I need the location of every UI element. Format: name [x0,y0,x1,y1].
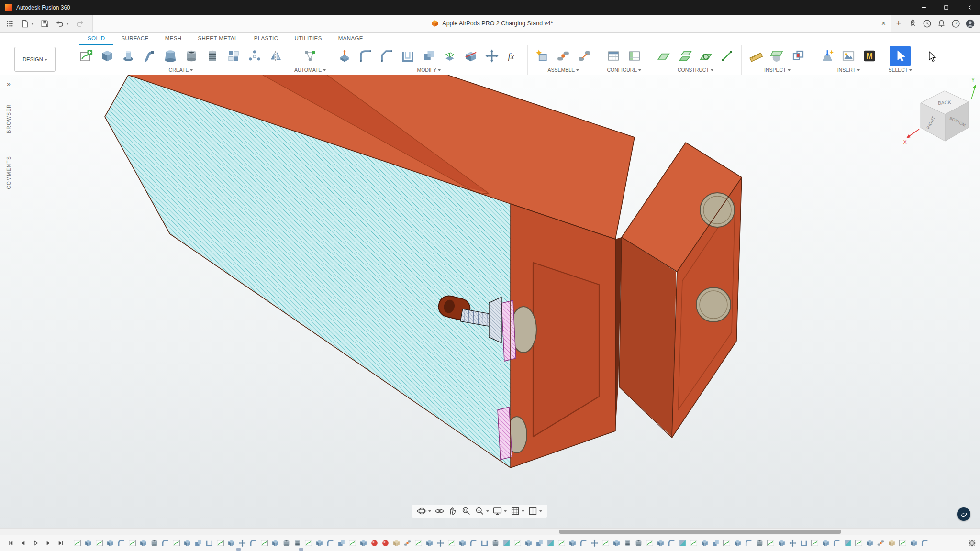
extrude[interactable] [359,538,368,549]
timeline-scrub-track[interactable] [0,548,980,551]
appearance[interactable] [370,538,379,549]
insert-derive[interactable] [817,46,838,66]
hole[interactable] [755,538,764,549]
automate[interactable] [300,46,321,66]
move[interactable] [238,538,246,549]
fillet[interactable] [920,538,929,549]
maximize-button[interactable] [935,0,958,15]
scrollbar-thumb[interactable] [559,530,841,534]
fillet[interactable] [161,538,169,549]
sketch[interactable] [689,538,698,549]
section-analysis[interactable] [678,538,687,549]
axis[interactable] [716,46,737,66]
shell[interactable] [799,538,808,549]
section-analysis[interactable] [546,538,555,549]
app-grid-button[interactable] [3,17,17,30]
extrude[interactable] [84,538,92,549]
notifications-button[interactable] [936,19,947,29]
browser-panel-tab[interactable]: BROWSER [6,104,11,133]
ribbon-group-label[interactable]: AUTOMATE [294,67,326,73]
extrude[interactable] [425,538,434,549]
sketch[interactable] [128,538,136,549]
viewport-3d[interactable]: BACK RIGHT BOTTOM X Y [17,75,980,528]
sketch[interactable] [348,538,356,549]
shell[interactable] [397,46,418,66]
configuration-table[interactable] [624,46,645,66]
tab-plastic[interactable]: PLASTIC [246,33,287,45]
component[interactable] [887,538,896,549]
change-parameters[interactable] [502,46,523,66]
viewcube-face-back[interactable]: BACK [938,99,951,106]
extrude[interactable] [524,538,533,549]
fillet[interactable] [832,538,841,549]
ribbon-group-label[interactable]: ASSEMBLE [548,67,579,73]
go-to-end-button[interactable] [55,538,66,549]
canvas[interactable] [838,46,859,66]
extrude[interactable] [700,538,709,549]
save-button[interactable] [38,17,52,30]
tab-sheet-metal[interactable]: SHEET METAL [189,33,245,45]
undo-button[interactable] [53,17,71,30]
comments-panel-tab[interactable]: COMMENTS [6,156,11,189]
fillet[interactable] [579,538,588,549]
horizontal-scrollbar[interactable] [0,528,980,535]
view-cube[interactable]: BACK RIGHT BOTTOM X Y [903,77,976,145]
tab-manage[interactable]: MANAGE [330,33,371,45]
file-menu-button[interactable] [18,17,36,30]
extrude[interactable] [733,538,742,549]
move[interactable] [436,538,445,549]
extrude[interactable] [612,538,621,549]
create-sketch[interactable] [76,46,97,66]
orbit-button[interactable] [417,506,431,516]
combine[interactable] [194,538,202,549]
model-canvas[interactable]: BACK RIGHT BOTTOM X Y [17,75,980,528]
sketch[interactable] [172,538,180,549]
viewports-button[interactable] [528,506,542,516]
section-analysis[interactable] [843,538,852,549]
sketch[interactable] [854,538,863,549]
step-back-button[interactable] [17,538,29,549]
expand-panels-button[interactable]: » [7,78,10,89]
ribbon-group-label[interactable]: CONFIGURE [607,67,641,73]
close-button[interactable] [958,0,980,15]
extrude[interactable] [97,46,118,66]
interference[interactable] [788,46,809,66]
job-status-button[interactable] [922,19,932,29]
joint[interactable] [553,46,574,66]
extrude[interactable] [227,538,235,549]
tab-utilities[interactable]: UTILITIES [286,33,330,45]
section-analysis[interactable] [502,538,511,549]
assistant-bubble[interactable] [957,507,970,521]
sketch[interactable] [304,538,312,549]
extensions-button[interactable] [908,19,918,29]
fillet[interactable] [744,538,753,549]
loft[interactable] [160,46,181,66]
configuration[interactable] [603,46,624,66]
thread[interactable] [202,46,223,66]
document-tab[interactable]: Apple AirPods PRO 2 Charging Stand v4* × [92,15,891,32]
sketch[interactable] [557,538,566,549]
fillet[interactable] [469,538,478,549]
combine[interactable] [711,538,720,549]
look-at-button[interactable] [434,506,445,516]
minimize-button[interactable] [913,0,935,15]
pan-button[interactable] [448,506,458,516]
timeline-marker[interactable] [299,548,303,551]
shell[interactable] [205,538,213,549]
sketch[interactable] [810,538,819,549]
profile-avatar[interactable] [965,19,975,29]
extrude[interactable] [777,538,786,549]
sketch[interactable] [513,538,522,549]
ribbon-group-label[interactable]: MODIFY [417,67,441,73]
appearance[interactable] [381,538,390,549]
workspace-selector[interactable]: DESIGN [14,47,56,72]
combine[interactable] [418,46,439,66]
move-copy[interactable] [481,46,502,66]
sketch[interactable] [447,538,456,549]
extrude[interactable] [568,538,577,549]
sketch[interactable] [601,538,610,549]
component[interactable] [392,538,401,549]
timeline-marker[interactable] [236,548,241,551]
ribbon-group-label[interactable]: INSPECT [764,67,791,73]
ribbon-group-label[interactable]: SELECT [888,67,912,73]
